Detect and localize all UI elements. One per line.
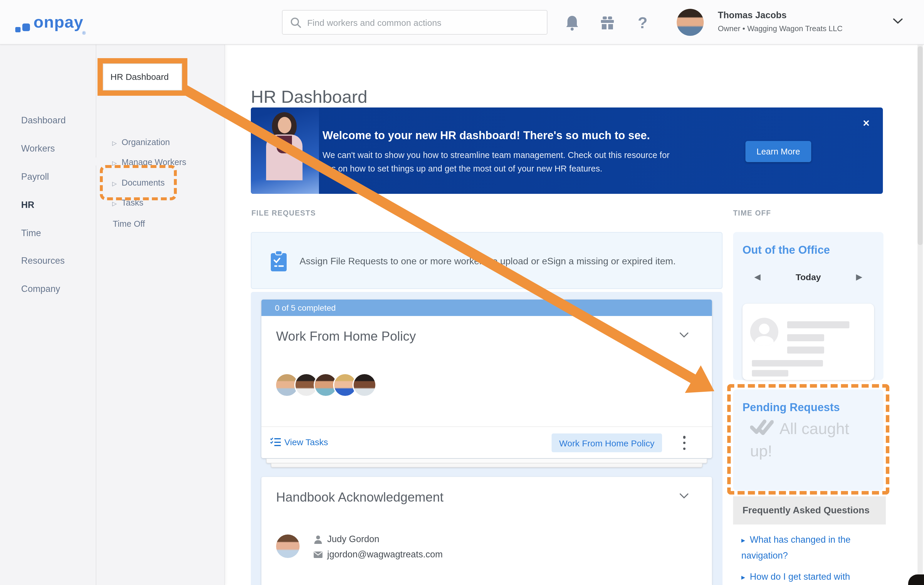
close-icon[interactable]: ✕ bbox=[863, 118, 870, 129]
logo-mark-square-large bbox=[22, 23, 30, 31]
pending-requests-title: Pending Requests bbox=[742, 401, 840, 414]
annotation-box-hr-dashboard: HR Dashboard bbox=[97, 58, 187, 96]
out-of-office-panel: Out of the Office ◀ Today ▶ bbox=[733, 232, 883, 380]
file-requests-panel: 0 of 5 completed Work From Home Policy bbox=[251, 292, 723, 585]
worker-name: Judy Gordon bbox=[327, 534, 380, 544]
faq-header: Frequently Asked Questions bbox=[733, 496, 886, 524]
submenu-item-documents[interactable]: ▷ Documents bbox=[96, 178, 226, 193]
sidebar-item-payroll[interactable]: Payroll bbox=[21, 171, 49, 187]
worker-avatar bbox=[276, 374, 298, 396]
hr-submenu: HR Dashboard ▷ Organization ▷ Manage Wor… bbox=[96, 44, 225, 585]
card-stack-edge bbox=[271, 463, 703, 468]
bullet-triangle-icon: ▸ bbox=[741, 536, 745, 544]
worker-email: jgordon@wagwagtreats.com bbox=[327, 549, 442, 560]
expand-triangle-icon: ▷ bbox=[112, 200, 117, 207]
user-role-company: Owner • Wagging Wagon Treats LLC bbox=[718, 24, 843, 33]
banner-body: We can't wait to show you how to streaml… bbox=[322, 148, 675, 176]
handbook-acknowledgement-card: Handbook Acknowledgement Judy Gordon jgo… bbox=[261, 477, 712, 585]
work-from-home-policy-card: 0 of 5 completed Work From Home Policy bbox=[261, 300, 712, 458]
time-off-section-label: TIME OFF bbox=[733, 209, 771, 218]
out-of-office-title: Out of the Office bbox=[742, 244, 830, 257]
sidebar-item-time[interactable]: Time bbox=[21, 228, 41, 243]
all-caught-up-message: All caught up! bbox=[750, 418, 871, 462]
faq-link-navigation[interactable]: ▸What has changed in the navigation? bbox=[741, 532, 878, 563]
user-name: Thomas Jacobs bbox=[718, 10, 787, 21]
registered-mark: ® bbox=[82, 31, 86, 36]
sidebar-item-workers[interactable]: Workers bbox=[21, 143, 55, 158]
onpay-hr-dashboard: onpay ® ? Thomas Jacobs Owner • Wagging … bbox=[0, 0, 924, 585]
double-check-icon bbox=[750, 418, 774, 437]
envelope-icon bbox=[314, 551, 322, 558]
expand-triangle-icon: ▷ bbox=[112, 180, 117, 187]
worker-avatar bbox=[334, 374, 356, 396]
card-title: Work From Home Policy bbox=[276, 329, 416, 344]
help-icon[interactable]: ? bbox=[634, 14, 652, 32]
banner-photo bbox=[251, 107, 319, 194]
worker-avatar bbox=[354, 374, 375, 396]
submenu-item-organization[interactable]: ▷ Organization bbox=[96, 137, 226, 153]
skeleton-avatar-icon bbox=[750, 318, 778, 346]
scrollbar-thumb[interactable] bbox=[917, 46, 923, 245]
next-day-arrow[interactable]: ▶ bbox=[856, 272, 862, 281]
logo-mark-square-small bbox=[15, 27, 21, 32]
worker-avatar bbox=[315, 374, 337, 396]
kebab-menu-icon[interactable] bbox=[681, 436, 687, 450]
card-title: Handbook Acknowledgement bbox=[276, 490, 444, 505]
submenu-item-tasks[interactable]: ▷ Tasks bbox=[96, 198, 226, 213]
task-list-icon bbox=[270, 438, 281, 447]
user-avatar bbox=[677, 9, 704, 36]
clipboard-checklist-icon bbox=[270, 251, 288, 272]
global-search bbox=[282, 10, 548, 35]
primary-sidebar: Dashboard Workers Payroll HR Time Resour… bbox=[0, 44, 96, 585]
progress-bar: 0 of 5 completed bbox=[261, 300, 712, 316]
assign-file-requests-card: Assign File Requests to one or more work… bbox=[251, 232, 723, 289]
file-requests-section-label: FILE REQUESTS bbox=[251, 209, 316, 218]
top-bar: onpay ® ? Thomas Jacobs Owner • Wagging … bbox=[0, 0, 924, 44]
person-icon bbox=[314, 535, 322, 544]
chevron-down-icon bbox=[893, 18, 903, 24]
chevron-down-icon[interactable] bbox=[680, 333, 688, 338]
submenu-item-time-off[interactable]: Time Off bbox=[96, 219, 226, 234]
gift-icon[interactable] bbox=[599, 14, 616, 32]
banner-title: Welcome to your new HR dashboard! There'… bbox=[322, 129, 650, 142]
sidebar-item-resources[interactable]: Resources bbox=[21, 255, 64, 271]
faq-link-get-started[interactable]: ▸How do I get started with bbox=[741, 569, 878, 585]
learn-more-button[interactable]: Learn More bbox=[746, 141, 811, 162]
empty-state-skeleton-card bbox=[742, 304, 874, 380]
vertical-scrollbar[interactable] bbox=[917, 44, 923, 585]
worker-avatar bbox=[276, 534, 300, 558]
sidebar-item-dashboard[interactable]: Dashboard bbox=[21, 115, 66, 130]
main-content: HR Dashboard Welcome to your new HR dash… bbox=[225, 44, 924, 585]
welcome-banner: Welcome to your new HR dashboard! There'… bbox=[251, 107, 883, 194]
pending-requests-panel: Pending Requests All caught up! bbox=[733, 389, 883, 490]
bullet-triangle-icon: ▸ bbox=[741, 573, 745, 582]
expand-triangle-icon: ▷ bbox=[112, 140, 117, 146]
worker-avatar bbox=[295, 374, 317, 396]
sidebar-item-company[interactable]: Company bbox=[21, 284, 60, 299]
submenu-item-hr-dashboard[interactable]: HR Dashboard bbox=[103, 63, 182, 91]
sidebar-item-hr[interactable]: HR bbox=[21, 200, 35, 215]
onpay-logo[interactable]: onpay ® bbox=[14, 8, 102, 36]
card-stack-edge bbox=[266, 459, 707, 463]
chevron-down-icon[interactable] bbox=[680, 493, 688, 499]
work-from-home-policy-chip[interactable]: Work From Home Policy bbox=[551, 433, 662, 452]
search-input[interactable] bbox=[282, 11, 547, 34]
assign-file-requests-text: Assign File Requests to one or more work… bbox=[300, 232, 676, 290]
faq-list: ▸What has changed in the navigation? ▸Ho… bbox=[733, 524, 886, 585]
view-tasks-link[interactable]: View Tasks bbox=[270, 437, 328, 447]
account-menu[interactable]: Thomas Jacobs Owner • Wagging Wagon Trea… bbox=[664, 0, 924, 44]
notification-bell-icon[interactable] bbox=[563, 14, 581, 32]
page-title: HR Dashboard bbox=[251, 87, 368, 107]
expand-triangle-icon: ▷ bbox=[112, 160, 117, 166]
submenu-item-manage-workers[interactable]: ▷ Manage Workers bbox=[96, 157, 226, 173]
logo-wordmark: onpay bbox=[33, 13, 83, 32]
